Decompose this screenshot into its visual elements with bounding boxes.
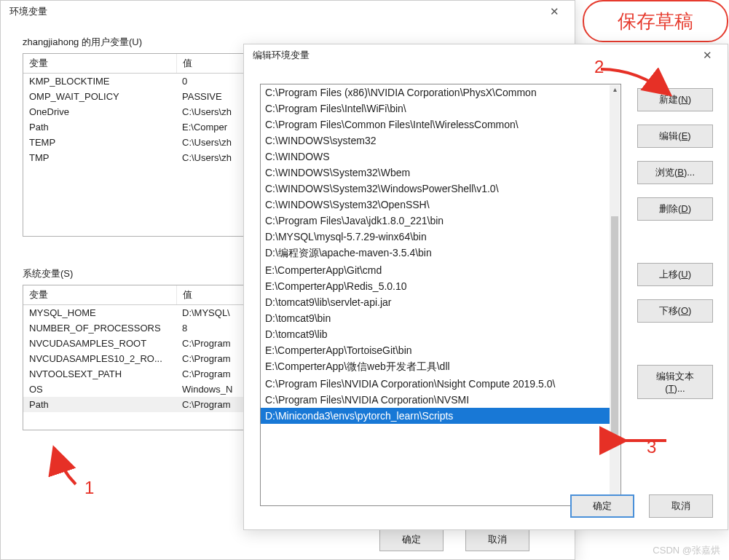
new-button[interactable]: 新建(N) bbox=[637, 88, 713, 111]
var-name: KMP_BLOCKTIME bbox=[23, 74, 176, 90]
col-header-var[interactable]: 变量 bbox=[23, 54, 176, 74]
var-name: Path bbox=[23, 119, 176, 135]
list-item[interactable]: C:\Program Files (x86)\NVIDIA Corporatio… bbox=[261, 84, 610, 100]
var-name: NVCUDASAMPLES10_2_RO... bbox=[23, 351, 176, 366]
scrollbar[interactable]: ▴ ▾ bbox=[610, 85, 620, 505]
close-icon[interactable]: ✕ bbox=[540, 5, 569, 18]
paths-listbox[interactable]: C:\Program Files (x86)\NVIDIA Corporatio… bbox=[260, 84, 621, 506]
list-item[interactable]: C:\WINDOWS\System32\Wbem bbox=[261, 165, 610, 181]
list-item[interactable]: C:\Program Files\Intel\WiFi\bin\ bbox=[261, 100, 610, 117]
edit-button[interactable]: 编辑(E) bbox=[637, 125, 713, 148]
var-name: NUMBER_OF_PROCESSORS bbox=[23, 320, 176, 336]
var-name: OMP_WAIT_POLICY bbox=[23, 89, 176, 104]
var-name: OneDrive bbox=[23, 104, 176, 119]
list-item[interactable]: E:\ComperterApp\TortoiseGit\bin bbox=[261, 342, 610, 358]
browse-button[interactable]: 浏览(B)... bbox=[637, 161, 713, 184]
list-item[interactable]: D:\编程资源\apache-maven-3.5.4\bin bbox=[261, 245, 610, 262]
list-item[interactable]: E:\ComperterApp\微信web开发者工具\dll bbox=[261, 358, 610, 376]
dialog-title: 环境变量 bbox=[9, 5, 47, 18]
var-name: TMP bbox=[23, 150, 176, 165]
col-header-var[interactable]: 变量 bbox=[23, 285, 176, 305]
cancel-button[interactable]: 取消 bbox=[465, 528, 529, 551]
list-item[interactable]: D:\Miniconda3\envs\pytorch_learn\Scripts bbox=[261, 408, 610, 424]
var-name: NVCUDASAMPLES_ROOT bbox=[23, 336, 176, 351]
watermark: CSDN @张嘉烘 bbox=[653, 544, 720, 557]
list-item[interactable]: C:\WINDOWS\System32\OpenSSH\ bbox=[261, 197, 610, 213]
edit-env-var-dialog: 编辑环境变量 ✕ C:\Program Files (x86)\NVIDIA C… bbox=[243, 44, 728, 530]
var-name: MYSQL_HOME bbox=[23, 305, 176, 321]
list-item[interactable]: C:\WINDOWS\system32 bbox=[261, 133, 610, 149]
dialog-title: 编辑环境变量 bbox=[253, 49, 310, 62]
save-draft-label: 保存草稿 bbox=[618, 9, 693, 34]
list-item[interactable]: C:\Program Files\Java\jdk1.8.0_221\bin bbox=[261, 213, 610, 229]
list-item[interactable]: E:\ComperterApp\Git\cmd bbox=[261, 262, 610, 278]
save-draft-button[interactable]: 保存草稿 bbox=[583, 0, 728, 42]
list-item[interactable]: C:\WINDOWS bbox=[261, 149, 610, 165]
scroll-up-icon[interactable]: ▴ bbox=[610, 85, 620, 95]
var-name: TEMP bbox=[23, 135, 176, 150]
list-item[interactable]: D:\tomcat9\bin bbox=[261, 310, 610, 326]
list-item[interactable]: C:\Program Files\NVIDIA Corporation\Nsig… bbox=[261, 376, 610, 392]
edit-text-button[interactable]: 编辑文本(T)... bbox=[637, 365, 713, 399]
list-item[interactable]: C:\WINDOWS\System32\WindowsPowerShell\v1… bbox=[261, 181, 610, 197]
dialog-titlebar: 环境变量 ✕ bbox=[1, 1, 575, 23]
list-item[interactable]: C:\Program Files\NVIDIA Corporation\NVSM… bbox=[261, 392, 610, 408]
scrollbar-thumb[interactable] bbox=[611, 216, 618, 435]
move-up-button[interactable]: 上移(U) bbox=[637, 263, 713, 286]
dialog-titlebar: 编辑环境变量 ✕ bbox=[244, 44, 728, 66]
delete-button[interactable]: 删除(D) bbox=[637, 197, 713, 221]
move-down-button[interactable]: 下移(O) bbox=[637, 299, 713, 323]
cancel-button[interactable]: 取消 bbox=[649, 494, 713, 518]
list-item[interactable]: D:\tomcat9\lib\servlet-api.jar bbox=[261, 294, 610, 310]
var-name: OS bbox=[23, 382, 176, 397]
close-icon[interactable]: ✕ bbox=[693, 49, 722, 62]
list-item[interactable]: E:\ComperterApp\Redis_5.0.10 bbox=[261, 278, 610, 294]
list-item[interactable]: C:\Program Files\Common Files\Intel\Wire… bbox=[261, 117, 610, 133]
ok-button[interactable]: 确定 bbox=[570, 494, 634, 518]
var-name: Path bbox=[23, 397, 176, 412]
ok-button[interactable]: 确定 bbox=[379, 528, 444, 551]
side-buttons: 新建(N) 编辑(E) 浏览(B)... 删除(D) 上移(U) 下移(O) 编… bbox=[637, 88, 713, 399]
list-item[interactable]: D:\tomcat9\lib bbox=[261, 326, 610, 342]
list-item[interactable]: D:\MYSQL\mysql-5.7.29-winx64\bin bbox=[261, 229, 610, 245]
var-name: NVTOOLSEXT_PATH bbox=[23, 366, 176, 382]
